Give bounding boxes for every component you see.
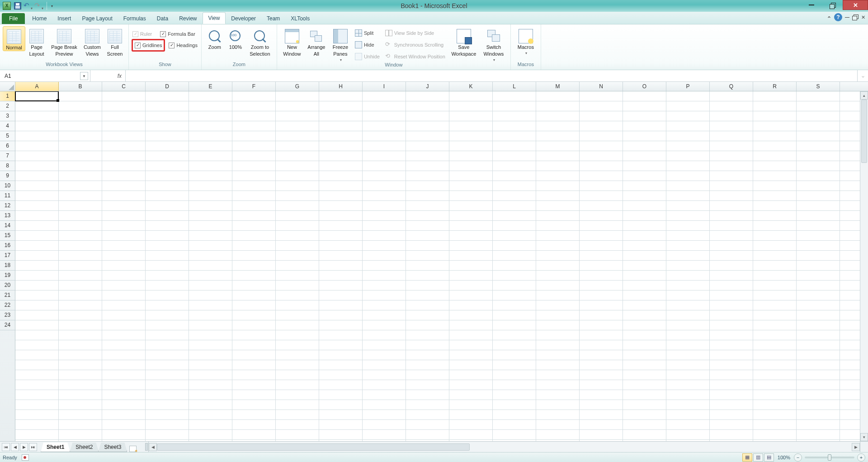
split-button[interactable]: Split: [355, 28, 380, 38]
row-header[interactable]: 8: [0, 161, 15, 171]
formula-input[interactable]: [126, 70, 857, 81]
vertical-scrollbar[interactable]: [860, 91, 868, 441]
column-header[interactable]: G: [276, 82, 319, 91]
column-header[interactable]: H: [319, 82, 363, 91]
scroll-right-button[interactable]: ▶: [852, 443, 860, 451]
scroll-thumb[interactable]: [157, 443, 469, 451]
name-box-dropdown[interactable]: [80, 72, 88, 80]
row-header[interactable]: 11: [0, 191, 15, 201]
workbook-minimize-button[interactable]: [845, 17, 849, 18]
select-all-button[interactable]: [0, 82, 15, 91]
headings-checkbox[interactable]: Headings: [168, 40, 198, 50]
column-header[interactable]: L: [493, 82, 536, 91]
save-workspace-button[interactable]: Save Workspace: [448, 26, 480, 57]
tab-xltools[interactable]: XLTools: [285, 13, 315, 24]
freeze-panes-button[interactable]: Freeze Panes: [329, 26, 352, 62]
tab-formulas[interactable]: Formulas: [118, 13, 151, 24]
column-header[interactable]: A: [15, 82, 59, 91]
column-header[interactable]: P: [666, 82, 710, 91]
workbook-close-button[interactable]: [861, 14, 865, 20]
insert-worksheet-button[interactable]: [127, 446, 139, 452]
tab-view[interactable]: View: [203, 12, 226, 24]
tab-data[interactable]: Data: [151, 13, 174, 24]
tab-team[interactable]: Team: [261, 13, 285, 24]
horizontal-scrollbar[interactable]: ◀ ▶: [148, 442, 860, 452]
minimize-ribbon-button[interactable]: [827, 14, 831, 20]
window-restore-button[interactable]: [822, 0, 843, 10]
row-header[interactable]: 3: [0, 111, 15, 121]
selected-cell[interactable]: [15, 91, 59, 101]
help-button[interactable]: ?: [834, 13, 842, 21]
sheet-tab-sheet1[interactable]: Sheet1: [41, 443, 70, 452]
row-header[interactable]: 16: [0, 241, 15, 251]
tab-page-layout[interactable]: Page Layout: [76, 13, 118, 24]
zoom-to-selection-button[interactable]: Zoom to Selection: [246, 26, 274, 57]
scroll-down-button[interactable]: [860, 433, 868, 441]
row-header[interactable]: 10: [0, 181, 15, 191]
name-box[interactable]: A1: [0, 70, 90, 81]
column-header[interactable]: M: [536, 82, 580, 91]
qat-customize-button[interactable]: [49, 2, 55, 10]
full-screen-button[interactable]: Full Screen: [104, 26, 126, 57]
row-header[interactable]: 2: [0, 101, 15, 111]
zoom-slider[interactable]: [805, 457, 854, 458]
tab-developer[interactable]: Developer: [226, 13, 261, 24]
page-break-preview-button[interactable]: Page Break Preview: [48, 26, 80, 57]
expand-formula-bar-button[interactable]: [857, 70, 868, 81]
view-normal-button[interactable]: [742, 453, 752, 462]
zoom-100-button[interactable]: 100%: [225, 26, 246, 50]
column-header[interactable]: O: [623, 82, 666, 91]
sheet-nav-last[interactable]: ⏭: [29, 443, 37, 451]
zoom-level[interactable]: 100%: [778, 455, 790, 460]
gridlines-checkbox[interactable]: Gridlines: [134, 40, 163, 50]
column-header[interactable]: N: [580, 82, 623, 91]
row-header[interactable]: 20: [0, 281, 15, 291]
column-header[interactable]: Q: [710, 82, 753, 91]
zoom-button[interactable]: Zoom: [204, 26, 225, 50]
sheet-nav-first[interactable]: ⏮: [2, 443, 10, 451]
page-layout-view-button[interactable]: Page Layout: [25, 26, 48, 57]
cells-area[interactable]: [15, 91, 860, 441]
row-header[interactable]: 24: [0, 320, 15, 330]
column-header[interactable]: J: [406, 82, 449, 91]
workbook-restore-button[interactable]: [852, 14, 859, 20]
tab-scroll-resize-grip[interactable]: [145, 443, 148, 451]
zoom-slider-knob[interactable]: [828, 454, 831, 461]
app-icon[interactable]: [2, 1, 12, 11]
view-page-layout-button[interactable]: [753, 453, 763, 462]
sheet-tab-sheet2[interactable]: Sheet2: [70, 443, 99, 452]
tab-insert[interactable]: Insert: [52, 13, 76, 24]
scroll-thumb[interactable]: [861, 100, 867, 163]
window-minimize-button[interactable]: [801, 0, 822, 10]
row-header[interactable]: 12: [0, 201, 15, 211]
qat-undo-button[interactable]: [24, 1, 33, 11]
column-header[interactable]: I: [363, 82, 406, 91]
new-window-button[interactable]: New Window: [280, 26, 304, 57]
sheet-tab-sheet3[interactable]: Sheet3: [98, 443, 127, 452]
sheet-nav-next[interactable]: ▶: [20, 443, 28, 451]
row-header[interactable]: 21: [0, 291, 15, 300]
record-macro-button[interactable]: [22, 454, 29, 461]
row-header[interactable]: 5: [0, 131, 15, 141]
row-header[interactable]: 13: [0, 211, 15, 221]
column-header[interactable]: D: [146, 82, 189, 91]
tab-home[interactable]: Home: [27, 13, 52, 24]
column-header[interactable]: F: [232, 82, 276, 91]
qat-save-button[interactable]: [13, 1, 23, 11]
row-header[interactable]: 14: [0, 221, 15, 231]
column-header[interactable]: K: [449, 82, 493, 91]
hide-button[interactable]: Hide: [355, 40, 380, 50]
scroll-up-button[interactable]: [860, 91, 868, 100]
formula-bar-checkbox[interactable]: Formula Bar: [159, 29, 196, 39]
column-header[interactable]: S: [797, 82, 840, 91]
row-header[interactable]: 22: [0, 300, 15, 310]
row-header[interactable]: 1: [0, 91, 15, 101]
row-header[interactable]: 7: [0, 151, 15, 161]
switch-windows-button[interactable]: Switch Windows: [480, 26, 508, 62]
arrange-all-button[interactable]: Arrange All: [304, 26, 329, 57]
qat-redo-button[interactable]: [34, 1, 44, 11]
macros-button[interactable]: Macros: [514, 26, 538, 55]
normal-view-button[interactable]: Normal: [3, 26, 25, 51]
column-header[interactable]: B: [59, 82, 102, 91]
custom-views-button[interactable]: Custom Views: [80, 26, 104, 57]
